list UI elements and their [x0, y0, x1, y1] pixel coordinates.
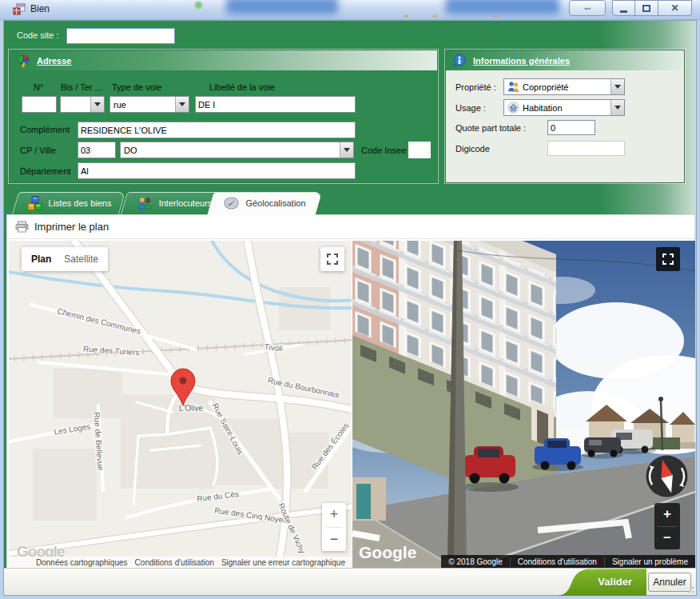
bis-dropdown-button[interactable]: [90, 97, 104, 112]
map-attribution: Données cartographiques Conditions d'uti…: [9, 557, 352, 569]
close-button[interactable]: ✕: [658, 0, 692, 16]
code-site-row: Code site :: [4, 26, 696, 46]
type-voie-select[interactable]: rue: [109, 96, 189, 113]
sv-zoom-out-button[interactable]: −: [654, 527, 680, 550]
sv-attr-copyright[interactable]: © 2018 Google: [441, 557, 509, 566]
quote-part-input[interactable]: [547, 120, 595, 135]
minimize-button[interactable]: [612, 0, 635, 16]
chevron-down-icon: [344, 148, 350, 152]
sv-zoom-control: + −: [654, 503, 680, 549]
desktop-dot: [195, 2, 202, 9]
departement-label: Département: [20, 166, 71, 176]
sv-zoom-in-button[interactable]: +: [654, 503, 680, 526]
num-input[interactable]: [22, 96, 57, 113]
adresse-panel: Adresse N° Bis / Ter ... Type de voie Li…: [9, 50, 438, 183]
tab-geolocalisation[interactable]: Géolocalisation: [210, 192, 319, 214]
map-type-card: Plan Satellite: [22, 247, 108, 271]
map-zoom-out-button[interactable]: −: [322, 528, 346, 552]
libelle-input[interactable]: [195, 96, 356, 113]
infos-header: Informations générales: [446, 50, 684, 70]
informations-generales-panel: Informations générales Propriété : Copro…: [445, 50, 685, 183]
people-pair-icon: [507, 81, 519, 93]
close-icon: ✕: [670, 2, 678, 14]
tab-label: Listes des biens: [49, 198, 112, 208]
propriete-label: Propriété :: [455, 82, 496, 92]
sv-attribution: © 2018 Google Conditions d'utilisation S…: [441, 555, 695, 569]
streetview-panel[interactable]: + − Google © 2018 Google Conditions d'ut…: [352, 241, 695, 569]
map-zoom-in-button[interactable]: +: [322, 503, 346, 527]
tab-label: Géolocalisation: [245, 198, 305, 208]
valider-label: Valider: [598, 576, 632, 588]
window-title: Bien: [30, 3, 50, 14]
map-panel[interactable]: Chemin des Communes Rue des Turiers Tivo…: [9, 241, 352, 569]
restore-layout-button[interactable]: ⇔: [569, 0, 606, 16]
titlebar[interactable]: Bien ⇔ ✕: [0, 0, 700, 20]
annuler-button[interactable]: Annuler: [648, 573, 691, 592]
complement-input[interactable]: [78, 122, 356, 138]
chart-3d-icon: [16, 54, 30, 68]
sv-attr-terms[interactable]: Conditions d'utilisation: [510, 557, 604, 566]
cp-ville-label: CP / Ville: [20, 146, 56, 155]
map-satellite-button[interactable]: Satellite: [64, 254, 98, 265]
cp-input[interactable]: [78, 142, 116, 158]
code-insee-input[interactable]: [408, 142, 431, 158]
map-attr-report[interactable]: Signaler une erreur cartographique: [221, 558, 345, 567]
map-canvas: Chemin des Communes Rue des Turiers Tivo…: [9, 241, 352, 569]
sv-compass-control[interactable]: [645, 454, 689, 498]
digicode-input[interactable]: [547, 141, 625, 156]
sv-fullscreen-button[interactable]: [656, 247, 680, 271]
map-fullscreen-button[interactable]: [320, 247, 344, 271]
sv-attr-report[interactable]: Signaler un problème: [604, 557, 695, 566]
type-voie-value: rue: [110, 100, 175, 110]
form-body: Code site : Adresse N° Bis / Ter ... Typ…: [3, 20, 697, 596]
desktop-dot: [404, 14, 408, 18]
ville-dropdown-button[interactable]: [340, 142, 353, 158]
people-icon: [137, 195, 153, 211]
code-site-input[interactable]: [66, 28, 175, 44]
libelle-label: Libellé de la voie: [209, 82, 275, 92]
propriete-dropdown-button[interactable]: [611, 79, 624, 94]
usage-dropdown-button[interactable]: [611, 100, 624, 115]
usage-select[interactable]: Habitation: [503, 99, 625, 116]
resize-grip[interactable]: [686, 585, 694, 593]
tab-listes-des-biens[interactable]: Listes des biens: [15, 192, 122, 214]
desktop-dot: [494, 14, 498, 18]
fullscreen-icon: [662, 254, 674, 265]
valider-button[interactable]: Valider: [557, 569, 646, 596]
maximize-button[interactable]: [635, 0, 658, 16]
compass-icon: [223, 195, 240, 211]
cubes-icon: [26, 195, 43, 211]
bis-select[interactable]: [60, 96, 105, 113]
desktop-dot: [433, 14, 437, 18]
infos-title: Informations générales: [473, 56, 570, 66]
propriete-select[interactable]: Copropriété: [503, 78, 625, 95]
desktop-blur-blob: [446, 0, 559, 14]
footer-bar: Valider Annuler: [4, 568, 696, 595]
map-zoom-control: + −: [322, 503, 346, 551]
map-attr-data[interactable]: Données cartographiques: [36, 558, 128, 567]
adresse-header: Adresse: [10, 50, 437, 70]
app-icon: [13, 3, 26, 16]
map-attr-terms[interactable]: Conditions d'utilisation: [135, 558, 214, 567]
departement-input[interactable]: [78, 162, 356, 179]
chevron-down-icon: [614, 85, 621, 89]
tab-bar: Listes des biens Interlocuteurs: [4, 192, 696, 214]
fullscreen-icon: [327, 254, 338, 265]
ville-value: DO: [121, 146, 340, 155]
maximize-icon: [642, 5, 650, 12]
complement-label: Complément: [20, 125, 70, 134]
propriete-value: Copropriété: [504, 81, 611, 93]
type-voie-dropdown-button[interactable]: [175, 97, 189, 112]
compass-needle-icon: [645, 454, 689, 498]
map-plan-button[interactable]: Plan: [31, 254, 51, 265]
chevron-down-icon: [94, 102, 101, 106]
print-bar[interactable]: Imprimer le plan: [7, 215, 694, 239]
house-icon: [507, 102, 519, 114]
printer-icon: [15, 221, 29, 233]
bien-window: Bien ⇔ ✕ Code site :: [0, 0, 700, 599]
chevron-down-icon: [614, 106, 621, 110]
info-bubble-icon: [452, 54, 467, 68]
code-site-label: Code site :: [17, 30, 59, 40]
tab-label: Interlocuteurs: [159, 198, 213, 208]
ville-select[interactable]: DO: [120, 142, 354, 158]
